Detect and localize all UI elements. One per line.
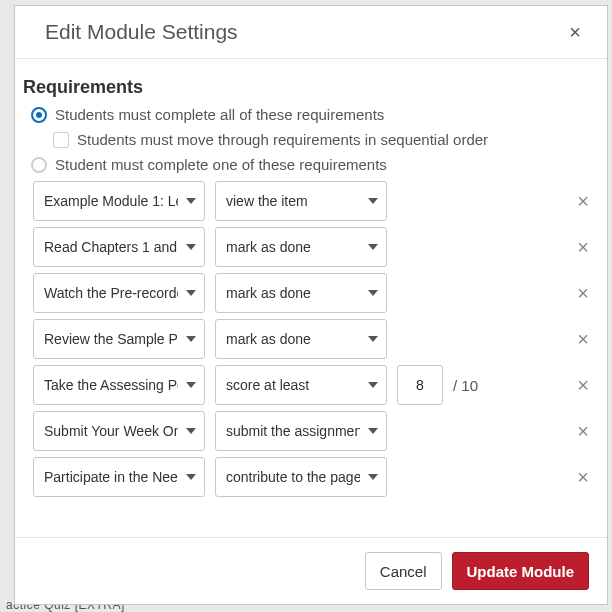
chevron-down-icon xyxy=(186,244,196,250)
chevron-down-icon xyxy=(186,198,196,204)
cancel-button[interactable]: Cancel xyxy=(365,552,442,590)
requirement-item-select[interactable]: Submit Your Week On xyxy=(33,411,205,451)
chevron-down-icon xyxy=(368,474,378,480)
requirement-row: Submit Your Week On submit the assignmen… xyxy=(33,411,593,451)
chevron-down-icon xyxy=(186,336,196,342)
requirement-action-select[interactable]: mark as done xyxy=(215,273,387,313)
requirements-mode-one-label: Student must complete one of these requi… xyxy=(55,156,387,173)
remove-requirement-icon[interactable]: × xyxy=(573,375,593,395)
modal-header: Edit Module Settings × xyxy=(15,6,607,59)
chevron-down-icon xyxy=(368,382,378,388)
requirement-item-select[interactable]: Review the Sample Pr xyxy=(33,319,205,359)
requirement-row: Review the Sample Pr mark as done × xyxy=(33,319,593,359)
requirement-action-select[interactable]: mark as done xyxy=(215,319,387,359)
remove-requirement-icon[interactable]: × xyxy=(573,283,593,303)
chevron-down-icon xyxy=(368,244,378,250)
modal-footer: Cancel Update Module xyxy=(15,538,607,604)
requirement-score-total: / 10 xyxy=(453,377,478,394)
requirement-row: Participate in the Nee contribute to the… xyxy=(33,457,593,497)
requirement-action-select[interactable]: view the item xyxy=(215,181,387,221)
close-icon[interactable]: × xyxy=(565,20,585,44)
chevron-down-icon xyxy=(368,198,378,204)
requirement-action-select[interactable]: submit the assignment xyxy=(215,411,387,451)
requirements-heading: Requirements xyxy=(23,77,599,98)
chevron-down-icon xyxy=(368,336,378,342)
requirements-mode-all-label: Students must complete all of these requ… xyxy=(55,106,384,123)
requirement-action-select[interactable]: contribute to the page xyxy=(215,457,387,497)
checkbox-icon[interactable] xyxy=(53,132,69,148)
requirement-action-select[interactable]: score at least xyxy=(215,365,387,405)
radio-icon[interactable] xyxy=(31,107,47,123)
requirement-row: Watch the Pre-recorde mark as done × xyxy=(33,273,593,313)
radio-icon[interactable] xyxy=(31,157,47,173)
chevron-down-icon xyxy=(368,428,378,434)
requirement-score-input[interactable]: 8 xyxy=(397,365,443,405)
chevron-down-icon xyxy=(186,290,196,296)
requirement-row: Take the Assessing Pe score at least 8 /… xyxy=(33,365,593,405)
requirement-row: Read Chapters 1 and 2 mark as done × xyxy=(33,227,593,267)
requirements-mode-all-row[interactable]: Students must complete all of these requ… xyxy=(31,106,599,123)
chevron-down-icon xyxy=(186,382,196,388)
requirement-item-select[interactable]: Watch the Pre-recorde xyxy=(33,273,205,313)
remove-requirement-icon[interactable]: × xyxy=(573,191,593,211)
requirement-item-select[interactable]: Participate in the Nee xyxy=(33,457,205,497)
remove-requirement-icon[interactable]: × xyxy=(573,237,593,257)
chevron-down-icon xyxy=(186,428,196,434)
update-module-button[interactable]: Update Module xyxy=(452,552,590,590)
chevron-down-icon xyxy=(368,290,378,296)
requirement-row: Example Module 1: Le view the item × xyxy=(33,181,593,221)
requirements-sequential-label: Students must move through requirements … xyxy=(77,131,488,148)
requirement-item-select[interactable]: Read Chapters 1 and 2 xyxy=(33,227,205,267)
chevron-down-icon xyxy=(186,474,196,480)
requirement-item-select[interactable]: Take the Assessing Pe xyxy=(33,365,205,405)
requirements-sequential-row[interactable]: Students must move through requirements … xyxy=(53,131,599,148)
requirement-item-select[interactable]: Example Module 1: Le xyxy=(33,181,205,221)
requirement-action-select[interactable]: mark as done xyxy=(215,227,387,267)
remove-requirement-icon[interactable]: × xyxy=(573,467,593,487)
requirements-mode-one-row[interactable]: Student must complete one of these requi… xyxy=(31,156,599,173)
remove-requirement-icon[interactable]: × xyxy=(573,421,593,441)
remove-requirement-icon[interactable]: × xyxy=(573,329,593,349)
modal-body-wrap: Requirements Students must complete all … xyxy=(15,59,607,538)
modal-title: Edit Module Settings xyxy=(45,20,238,44)
edit-module-settings-modal: Edit Module Settings × Requirements Stud… xyxy=(14,5,608,605)
modal-body[interactable]: Requirements Students must complete all … xyxy=(15,59,607,537)
